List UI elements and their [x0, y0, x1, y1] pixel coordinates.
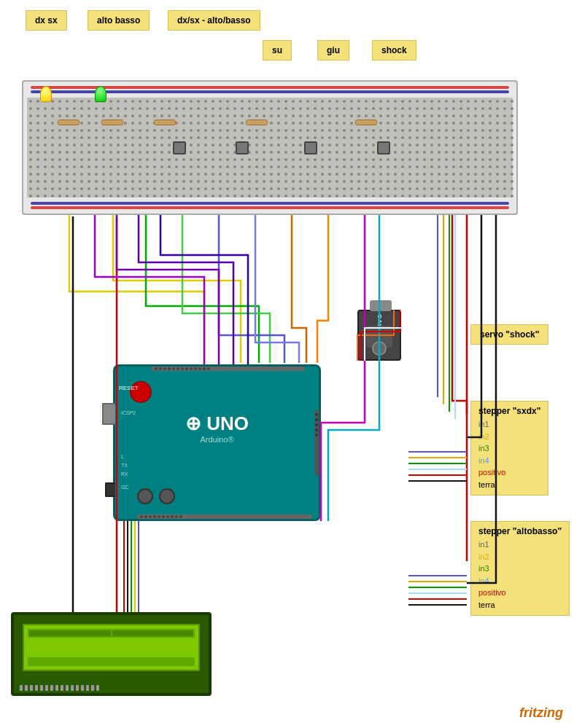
stepper-altobasso-in3: in3 [478, 563, 562, 575]
stepper-altobasso-positivo: positivo [478, 587, 562, 599]
note-stepper-altobasso: stepper "altobasso" in1 in2 in3 in4 posi… [470, 521, 570, 616]
sticky-su: su [263, 40, 292, 60]
stepper-sxdx-in2: in2 [478, 431, 540, 443]
stepper-altobasso-terra: terra [478, 599, 562, 611]
lcd-display [11, 612, 212, 696]
lcd-screen [23, 624, 200, 671]
stepper-sxdx-in1: in1 [478, 418, 540, 431]
sticky-alto-basso: alto basso [88, 10, 150, 31]
stepper-sxdx-title: stepper "sxdx" [478, 406, 540, 416]
stepper-sxdx-positivo: positivo [478, 466, 540, 479]
led-yellow [40, 86, 52, 102]
fritzing-watermark: fritzing [519, 705, 563, 721]
led-green [95, 86, 106, 102]
stepper-altobasso-in4: in4 [478, 575, 562, 587]
stepper-sxdx-terra: terra [478, 479, 540, 491]
servo-motor: SERVO [357, 310, 401, 361]
sticky-dx-sx-alto-basso: dx/sx - alto/basso [168, 10, 260, 31]
stepper-altobasso-title: stepper "altobasso" [478, 526, 562, 536]
arduino-board: RESET ⊕ UNO Arduino® ICSP2 L TX RX I2C [113, 364, 321, 521]
stepper-sxdx-in3: in3 [478, 442, 540, 455]
servo-arm [370, 300, 392, 311]
sticky-dx-sx: dx sx [26, 10, 67, 31]
stepper-altobasso-in2: in2 [478, 551, 562, 563]
arduino-reset-label: RESET [119, 385, 139, 391]
sticky-shock: shock [372, 40, 416, 60]
svg-rect-1 [27, 98, 516, 200]
sticky-servo-shock: servo "shock" [470, 324, 548, 345]
sticky-giu: giu [317, 40, 349, 60]
stepper-sxdx-in4: in4 [478, 455, 540, 467]
note-stepper-sxdx: stepper "sxdx" in1 in2 in3 in4 positivo … [470, 401, 548, 496]
stepper-altobasso-in1: in1 [478, 539, 562, 551]
